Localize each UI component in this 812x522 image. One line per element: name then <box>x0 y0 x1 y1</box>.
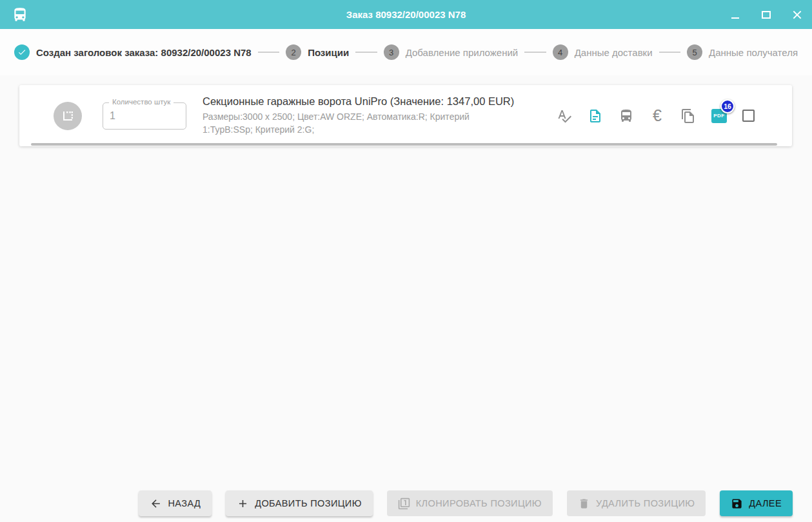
euro-icon[interactable]: € <box>649 108 665 124</box>
step-number: 5 <box>687 44 702 60</box>
add-position-label: ДОБАВИТЬ ПОЗИЦИЮ <box>255 498 362 508</box>
quantity-field-label: Количество штук <box>109 98 173 106</box>
pdf-icon[interactable]: PDF 16 <box>711 108 727 124</box>
positions-panel: Количество штук Секционные гаражные воро… <box>0 75 812 146</box>
trash-icon <box>578 498 590 510</box>
plus-icon <box>237 498 249 510</box>
horizontal-scrollbar-thumb[interactable] <box>31 143 777 146</box>
bus-icon[interactable] <box>619 108 634 124</box>
pdf-count-badge: 16 <box>720 99 735 113</box>
footer-toolbar: НАЗАД ДОБАВИТЬ ПОЗИЦИЮ КЛОНИРОВАТЬ ПОЗИЦ… <box>0 490 793 516</box>
maximize-button[interactable] <box>760 9 772 21</box>
clone-position-label: КЛОНИРОВАТЬ ПОЗИЦИЮ <box>416 498 542 508</box>
window-controls <box>729 9 803 21</box>
position-actions: € PDF 16 <box>557 108 755 124</box>
maximize-icon <box>762 11 771 19</box>
delete-position-button: УДАЛИТЬ ПОЗИЦИЮ <box>567 490 706 516</box>
spellcheck-icon[interactable] <box>557 108 572 124</box>
position-details: Размеры:3000 х 2500; Цвет:AW ORZE; Автом… <box>203 110 486 136</box>
step-label: Данные доставки <box>575 47 653 58</box>
step-connector <box>258 52 279 53</box>
add-position-button[interactable]: ДОБАВИТЬ ПОЗИЦИЮ <box>226 490 373 516</box>
stepper-step-1-completed[interactable]: Создан заголовок заказа: 80932/20/00023 … <box>14 44 252 60</box>
position-avatar <box>54 102 82 130</box>
step-label: Позиции <box>308 47 349 58</box>
border-style-icon <box>60 108 75 124</box>
step-connector <box>524 52 546 53</box>
window-title: Заказ 80932/20/00023 N78 <box>0 9 812 20</box>
step-connector <box>355 52 377 53</box>
position-checkbox[interactable] <box>742 110 755 122</box>
stepper-step-5-recipient[interactable]: 5 Данные получателя <box>687 44 798 60</box>
copy-icon[interactable] <box>680 108 696 124</box>
back-button-label: НАЗАД <box>168 498 201 508</box>
step-label: Добавление приложений <box>406 47 519 58</box>
quantity-field[interactable]: Количество штук <box>103 102 186 130</box>
stepper-step-4-delivery[interactable]: 4 Данные доставки <box>553 44 653 60</box>
step-number: 4 <box>553 44 568 60</box>
step-number: 3 <box>384 44 399 60</box>
app-bus-icon <box>12 6 28 23</box>
next-button[interactable]: ДАЛЕЕ <box>720 490 793 516</box>
titlebar: Заказ 80932/20/00023 N78 <box>0 0 812 29</box>
document-icon[interactable] <box>588 108 603 124</box>
close-button[interactable] <box>791 9 803 21</box>
position-row[interactable]: Количество штук Секционные гаражные воро… <box>19 85 792 146</box>
clone-icon <box>398 498 410 510</box>
stepper-step-3-attachments[interactable]: 3 Добавление приложений <box>384 44 519 60</box>
position-title: Секционные гаражные ворота UniPro (Значе… <box>203 95 514 108</box>
save-icon <box>731 498 743 510</box>
delete-position-label: УДАЛИТЬ ПОЗИЦИЮ <box>596 498 695 508</box>
minimize-icon <box>731 17 739 19</box>
clone-position-button: КЛОНИРОВАТЬ ПОЗИЦИЮ <box>387 490 553 516</box>
close-icon <box>793 10 802 19</box>
order-stepper: Создан заголовок заказа: 80932/20/00023 … <box>0 29 812 75</box>
step-connector <box>659 52 680 53</box>
next-button-label: ДАЛЕЕ <box>749 498 782 508</box>
step-label: Создан заголовок заказа: 80932/20/00023 … <box>36 47 252 58</box>
arrow-back-icon <box>150 498 162 510</box>
quantity-input[interactable] <box>103 110 186 122</box>
back-button[interactable]: НАЗАД <box>139 490 212 516</box>
step-check-icon <box>14 44 30 60</box>
position-description: Секционные гаражные ворота UniPro (Значе… <box>203 95 514 136</box>
step-number: 2 <box>286 44 301 60</box>
step-label: Данные получателя <box>709 47 798 58</box>
stepper-step-2-positions[interactable]: 2 Позиции <box>286 44 349 60</box>
minimize-button[interactable] <box>729 9 741 21</box>
